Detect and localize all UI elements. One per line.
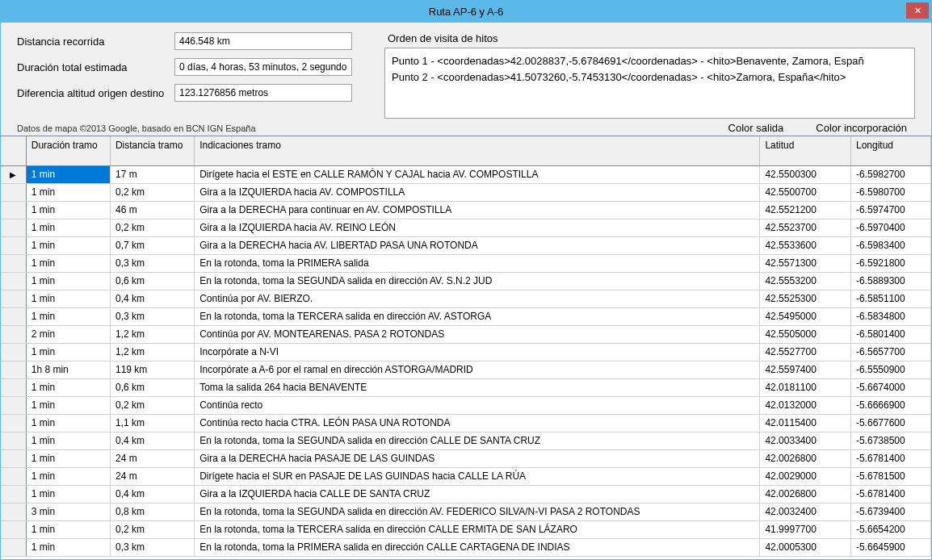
- cell-dur[interactable]: 1 min: [26, 520, 110, 538]
- table-row[interactable]: 1 min24 mGira a la DERECHA hacia PASAJE …: [1, 449, 931, 467]
- cell-ind[interactable]: Continúa por AV. MONTEARENAS. PASA 2 ROT…: [195, 325, 760, 343]
- cell-dur[interactable]: 1 min: [26, 165, 110, 183]
- cell-dist[interactable]: 0,2 km: [110, 183, 194, 201]
- grid-scroll[interactable]: Duración tramo Distancia tramo Indicacio…: [1, 136, 931, 559]
- cell-ind[interactable]: Incorpórate a N-VI: [195, 343, 760, 361]
- cell-dist[interactable]: 46 m: [110, 201, 194, 219]
- cell-ind[interactable]: En la rotonda, toma la TERCERA salida en…: [195, 307, 760, 325]
- cell-lon[interactable]: -5.6666900: [850, 396, 930, 414]
- cell-ind[interactable]: Gira a la IZQUIERDA hacia AV. REINO LEÓN: [195, 219, 760, 236]
- cell-dist[interactable]: 0,4 km: [110, 290, 194, 307]
- cell-lat[interactable]: 42.5571300: [760, 254, 851, 272]
- table-row[interactable]: 1 min0,3 kmEn la rotonda, toma la TERCER…: [1, 307, 931, 325]
- cell-lon[interactable]: -6.5834800: [850, 307, 930, 325]
- cell-lat[interactable]: 41.9997700: [760, 520, 851, 538]
- table-row[interactable]: 1 min0,4 kmContinúa por AV. BIERZO.42.55…: [1, 290, 931, 307]
- cell-lon[interactable]: -6.5970400: [850, 219, 930, 236]
- cell-lat[interactable]: 42.5553200: [760, 272, 851, 290]
- cell-dur[interactable]: 1 min: [26, 538, 110, 556]
- titlebar[interactable]: Ruta AP-6 y A-6 ✕: [0, 0, 932, 23]
- table-row[interactable]: ▶1 min17 mDirígete hacia el ESTE en CALL…: [1, 165, 931, 183]
- table-row[interactable]: 3 min0,8 kmEn la rotonda, toma la SEGUND…: [1, 503, 931, 520]
- cell-lat[interactable]: 42.5533600: [760, 236, 851, 254]
- cell-dist[interactable]: 0,4 km: [110, 485, 194, 503]
- table-row[interactable]: 1 min1,1 kmContinúa recto hacia CTRA. LE…: [1, 414, 931, 432]
- cell-dist[interactable]: 0,8 km: [110, 503, 194, 520]
- cell-lon[interactable]: -5.6645900: [850, 538, 930, 556]
- cell-dist[interactable]: 0,6 km: [110, 378, 194, 396]
- cell-dur[interactable]: 1h 8 min: [26, 361, 110, 378]
- table-row[interactable]: 1 min0,3 kmEn la rotonda, toma la PRIMER…: [1, 538, 931, 556]
- cell-lat[interactable]: 42.0132000: [760, 396, 851, 414]
- cell-ind[interactable]: En la rotonda, toma la SEGUNDA salida en…: [195, 503, 760, 520]
- cell-ind[interactable]: Incorpórate a A-6 por el ramal en direcc…: [195, 361, 760, 378]
- cell-lon[interactable]: -6.5921800: [850, 254, 930, 272]
- cell-lon[interactable]: -6.5550900: [850, 361, 930, 378]
- color-incorporacion-link[interactable]: Color incorporación: [816, 122, 907, 134]
- cell-dist[interactable]: 1,2 km: [110, 325, 194, 343]
- col-longitud[interactable]: Longitud: [850, 136, 930, 165]
- cell-lon[interactable]: -5.6674000: [850, 378, 930, 396]
- cell-dur[interactable]: 1 min: [26, 272, 110, 290]
- cell-dist[interactable]: 17 m: [110, 165, 194, 183]
- cell-ind[interactable]: Toma la salida 264 hacia BENAVENTE: [195, 378, 760, 396]
- table-row[interactable]: 1 min0,6 kmToma la salida 264 hacia BENA…: [1, 378, 931, 396]
- cell-dur[interactable]: 1 min: [26, 254, 110, 272]
- close-button[interactable]: ✕: [906, 2, 929, 19]
- cell-dist[interactable]: 24 m: [110, 467, 194, 485]
- cell-dist[interactable]: 0,7 km: [110, 236, 194, 254]
- cell-ind[interactable]: Continúa recto hacia CTRA. LEÓN PASA UNA…: [195, 414, 760, 432]
- cell-lat[interactable]: 42.5525300: [760, 290, 851, 307]
- cell-dist[interactable]: 1,1 km: [110, 414, 194, 432]
- cell-dur[interactable]: 1 min: [26, 396, 110, 414]
- diferencia-input[interactable]: [174, 84, 352, 102]
- table-row[interactable]: 1 min46 mGira a la DERECHA para continua…: [1, 201, 931, 219]
- cell-dist[interactable]: 0,2 km: [110, 396, 194, 414]
- cell-lon[interactable]: -5.6738500: [850, 432, 930, 449]
- cell-lon[interactable]: -5.6677600: [850, 414, 930, 432]
- cell-dur[interactable]: 3 min: [26, 503, 110, 520]
- cell-ind[interactable]: Dirígete hacia el SUR en PASAJE DE LAS G…: [195, 467, 760, 485]
- cell-dist[interactable]: 1,2 km: [110, 343, 194, 361]
- cell-ind[interactable]: Gira a la IZQUIERDA hacia AV. COMPOSTILL…: [195, 183, 760, 201]
- cell-lat[interactable]: 42.0032400: [760, 503, 851, 520]
- cell-lon[interactable]: -5.6654200: [850, 520, 930, 538]
- cell-ind[interactable]: Gira a la IZQUIERDA hacia CALLE DE SANTA…: [195, 485, 760, 503]
- cell-lon[interactable]: -6.5982700: [850, 165, 930, 183]
- cell-lat[interactable]: 42.5500700: [760, 183, 851, 201]
- cell-lon[interactable]: -6.5801400: [850, 325, 930, 343]
- cell-dur[interactable]: 2 min: [26, 325, 110, 343]
- cell-dur[interactable]: 1 min: [26, 343, 110, 361]
- cell-dist[interactable]: 24 m: [110, 449, 194, 467]
- cell-ind[interactable]: En la rotonda, toma la TERCERA salida en…: [195, 520, 760, 538]
- cell-lon[interactable]: -5.6739400: [850, 503, 930, 520]
- table-row[interactable]: 1 min0,7 kmGira a la DERECHA hacia AV. L…: [1, 236, 931, 254]
- cell-lat[interactable]: 42.5523700: [760, 219, 851, 236]
- cell-ind[interactable]: En la rotonda, toma la PRIMERA salida: [195, 254, 760, 272]
- table-row[interactable]: 1 min0,3 kmEn la rotonda, toma la PRIMER…: [1, 254, 931, 272]
- cell-ind[interactable]: Gira a la DERECHA hacia PASAJE DE LAS GU…: [195, 449, 760, 467]
- cell-dur[interactable]: 1 min: [26, 432, 110, 449]
- table-row[interactable]: 1 min0,2 kmGira a la IZQUIERDA hacia AV.…: [1, 183, 931, 201]
- cell-lat[interactable]: 42.0026800: [760, 485, 851, 503]
- cell-lat[interactable]: 42.0033400: [760, 432, 851, 449]
- cell-lat[interactable]: 42.0026800: [760, 449, 851, 467]
- cell-lon[interactable]: -6.5889300: [850, 272, 930, 290]
- cell-ind[interactable]: Continúa recto: [195, 396, 760, 414]
- cell-ind[interactable]: En la rotonda, toma la SEGUNDA salida en…: [195, 432, 760, 449]
- table-row[interactable]: 1 min24 mDirígete hacia el SUR en PASAJE…: [1, 467, 931, 485]
- cell-lat[interactable]: 42.5527700: [760, 343, 851, 361]
- cell-dist[interactable]: 0,6 km: [110, 272, 194, 290]
- cell-dist[interactable]: 0,3 km: [110, 307, 194, 325]
- cell-dur[interactable]: 1 min: [26, 378, 110, 396]
- cell-lat[interactable]: 42.0181100: [760, 378, 851, 396]
- cell-dur[interactable]: 1 min: [26, 290, 110, 307]
- cell-ind[interactable]: En la rotonda, toma la PRIMERA salida en…: [195, 538, 760, 556]
- cell-lon[interactable]: -5.6781500: [850, 467, 930, 485]
- cell-dur[interactable]: 1 min: [26, 485, 110, 503]
- cell-lat[interactable]: 42.5495000: [760, 307, 851, 325]
- cell-lat[interactable]: 42.0115400: [760, 414, 851, 432]
- cell-dur[interactable]: 1 min: [26, 183, 110, 201]
- table-row[interactable]: 1 min1,2 kmIncorpórate a N-VI42.5527700-…: [1, 343, 931, 361]
- col-latitud[interactable]: Latitud: [760, 136, 851, 165]
